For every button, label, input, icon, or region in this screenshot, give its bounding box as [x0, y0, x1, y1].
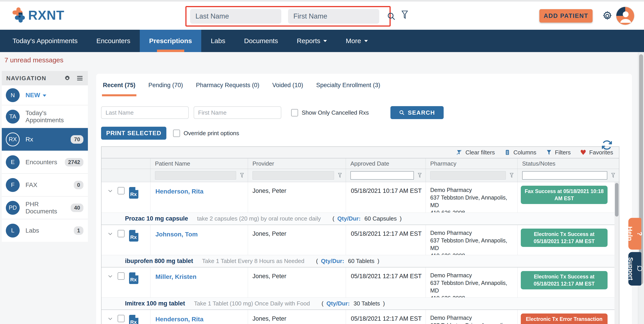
sidebar-item-labs[interactable]: L Labs 1	[2, 219, 88, 242]
nav-label: Encounters	[96, 37, 130, 45]
tab-pharmacy-requests[interactable]: Pharmacy Requests (0)	[196, 82, 260, 96]
last-name-input[interactable]	[101, 106, 189, 119]
print-selected-button[interactable]: PRINT SELECTED	[101, 127, 166, 140]
avatar: TA	[6, 110, 20, 124]
sidebar-item-phr-documents[interactable]: PD PHR Documents 40	[2, 196, 88, 219]
clear-filters-button[interactable]: Clear filters	[456, 149, 495, 156]
pharmacy-address: 637 Tebbston Drive, Annapolis, MD	[430, 237, 518, 252]
table-toolbar: Clear filters Columns	[102, 147, 619, 158]
tab-specialty-enrollment[interactable]: Specialty Enrollment (3)	[316, 82, 380, 96]
paren-open: (	[316, 258, 318, 264]
chat-bubble-icon	[636, 265, 643, 272]
qty-label: Qty/Dur:	[338, 215, 361, 222]
rxnt-app: RXNT ADD PATIENT	[0, 0, 644, 324]
status-cell: Electronic Tx Success at 05/18/2021 12:1…	[518, 268, 614, 298]
page-scrollbar-thumb[interactable]	[639, 54, 643, 285]
column-header-provider[interactable]: Provider	[248, 158, 346, 169]
nav-labs[interactable]: Labs	[201, 30, 234, 52]
override-print-checkbox[interactable]	[173, 130, 180, 137]
column-header-patient[interactable]: Patient Name	[150, 158, 248, 169]
expand-chevron-icon[interactable]	[107, 273, 113, 279]
header-last-name-input[interactable]	[190, 9, 281, 24]
expand-chevron-icon[interactable]	[107, 316, 113, 322]
nav-reports[interactable]: Reports	[287, 30, 336, 52]
row-checkbox[interactable]	[118, 315, 124, 322]
prescriptions-table: Clear filters Columns	[101, 146, 620, 324]
patient-name-link[interactable]: Henderson, Rita	[150, 182, 248, 213]
tab-pending[interactable]: Pending (70)	[148, 82, 183, 96]
rxnt-logo[interactable]: RXNT	[12, 7, 64, 23]
columns-label: Columns	[514, 149, 536, 156]
menu-icon[interactable]	[76, 75, 84, 82]
annotation-highlight-box	[185, 6, 391, 26]
column-header-pharmacy[interactable]: Pharmacy	[426, 158, 518, 169]
patient-filter-input[interactable]	[155, 171, 236, 180]
main-nav: Today's Appointments Encounters Prescrip…	[0, 30, 644, 52]
column-header-approved[interactable]: Approved Date	[346, 158, 426, 169]
filters-label: Filters	[555, 149, 571, 156]
row-checkbox[interactable]	[118, 230, 124, 237]
funnel-icon[interactable]	[417, 173, 422, 178]
funnel-icon[interactable]	[610, 173, 616, 178]
filter-funnel-icon[interactable]	[401, 10, 409, 20]
row-checkbox[interactable]	[118, 272, 124, 280]
provider-filter-input[interactable]	[252, 171, 334, 180]
sidebar-item-fax[interactable]: F FAX 0	[2, 173, 88, 196]
filter-cell-pharmacy	[426, 169, 518, 182]
gear-icon[interactable]	[602, 10, 613, 21]
sidebar-item-todays-appointments[interactable]: TA Today's Appointments	[2, 105, 88, 128]
column-header-status[interactable]: Status/Notes	[518, 158, 619, 169]
tab-recent[interactable]: Recent (75)	[103, 82, 136, 96]
filters-button[interactable]: Filters	[546, 149, 571, 156]
patient-name-link[interactable]: Miller, Kristen	[150, 268, 248, 298]
status-filter-input[interactable]	[522, 171, 607, 180]
table-scrollbar-thumb[interactable]	[615, 183, 618, 217]
funnel-icon[interactable]	[337, 173, 342, 178]
patient-name-link[interactable]: Henderson, Rita	[150, 310, 248, 324]
nav-more[interactable]: More	[336, 30, 377, 52]
sidebar-item-rx[interactable]: RX Rx 70	[2, 128, 88, 151]
header-first-name-input[interactable]	[288, 9, 379, 24]
sidebar-item-new[interactable]: N NEW	[2, 85, 88, 105]
sidebar-item-encounters[interactable]: E Encounters 2742	[2, 151, 88, 173]
first-name-input[interactable]	[194, 106, 281, 119]
pharmacy-phone: 410-626-2008	[430, 294, 518, 298]
rx-document-icon[interactable]: Rx	[129, 315, 138, 324]
nav-label: Labs	[211, 37, 225, 45]
row-controls: Rx	[102, 310, 150, 324]
nav-encounters[interactable]: Encounters	[87, 30, 140, 52]
refresh-icon[interactable]	[602, 140, 612, 150]
show-cancelled-checkbox[interactable]	[291, 109, 298, 116]
rx-document-icon[interactable]: Rx	[129, 230, 138, 242]
row-checkbox[interactable]	[118, 187, 124, 194]
nav-documents[interactable]: Documents	[234, 30, 287, 52]
nav-todays-appointments[interactable]: Today's Appointments	[3, 30, 87, 52]
user-avatar[interactable]	[616, 7, 634, 25]
tab-voided[interactable]: Voided (10)	[272, 82, 303, 96]
rx-document-icon[interactable]: Rx	[129, 272, 138, 284]
prescription-detail-row: Imitrex 100 mg tablet Take 1 Tablet (100…	[102, 298, 614, 310]
expand-chevron-icon[interactable]	[107, 231, 113, 237]
approved-date-filter-input[interactable]	[350, 171, 414, 180]
rx-document-icon[interactable]: Rx	[129, 187, 138, 199]
nav-prescriptions[interactable]: Prescriptions	[140, 30, 202, 52]
approved-date-cell: 05/18/2021 12:17 AM EST	[346, 268, 426, 298]
columns-button[interactable]: Columns	[504, 149, 536, 156]
funnel-icon[interactable]	[239, 173, 245, 178]
filter-cell-status	[518, 169, 619, 182]
unread-messages-alert[interactable]: 7 unread messages	[4, 56, 64, 64]
patient-name-link[interactable]: Johnson, Tom	[150, 225, 248, 255]
logo-text: RXNT	[28, 7, 64, 22]
gear-icon[interactable]	[64, 75, 71, 82]
table-scrollbar[interactable]	[614, 182, 619, 324]
svg-text:Rx: Rx	[130, 277, 137, 283]
support-tab[interactable]: Support	[628, 252, 641, 286]
pharmacy-filter-input[interactable]	[430, 171, 506, 180]
help-tab[interactable]: ? Help	[628, 218, 641, 250]
search-button[interactable]: SEARCH	[390, 106, 444, 119]
funnel-icon[interactable]	[509, 173, 514, 178]
search-icon[interactable]	[387, 12, 396, 21]
add-patient-button[interactable]: ADD PATIENT	[539, 9, 592, 22]
expand-chevron-icon[interactable]	[107, 188, 113, 194]
pharmacy-cell: Demo Pharmacy 637 Tebbston Drive, Annapo…	[426, 268, 518, 298]
